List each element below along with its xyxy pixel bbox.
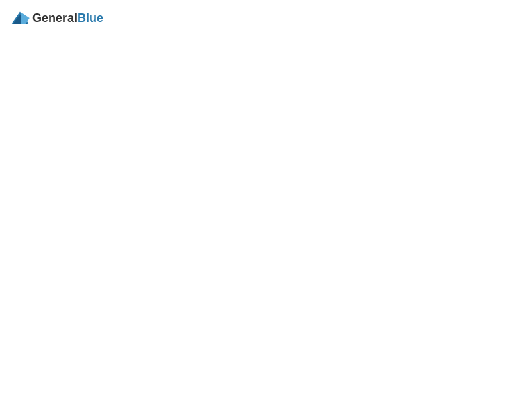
logo: GeneralBlue	[11, 11, 103, 26]
svg-marker-2	[21, 13, 29, 24]
logo-general: General	[32, 11, 77, 25]
logo-icon	[11, 11, 30, 26]
page-header: GeneralBlue	[11, 11, 521, 26]
logo-blue: Blue	[77, 11, 103, 25]
